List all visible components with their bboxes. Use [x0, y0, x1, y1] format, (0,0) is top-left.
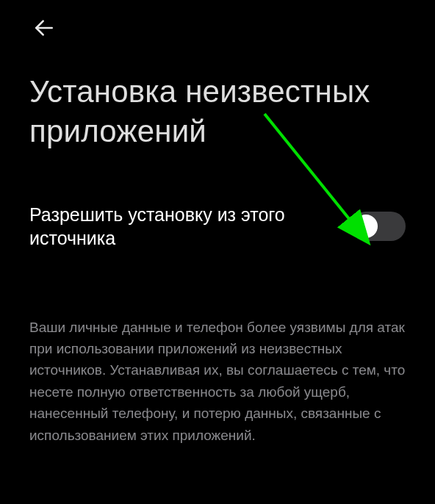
setting-row: Разрешить установку из этого источника	[0, 166, 435, 265]
header	[0, 0, 435, 50]
toggle-knob	[354, 215, 378, 238]
page-title: Установка неизвестных приложений	[0, 50, 435, 166]
setting-label: Разрешить установку из этого источника	[29, 203, 337, 251]
back-button[interactable]	[29, 13, 59, 43]
allow-install-toggle[interactable]	[351, 212, 406, 241]
arrow-left-icon	[32, 16, 56, 40]
warning-description: Ваши личные данные и телефон более уязви…	[0, 265, 435, 461]
